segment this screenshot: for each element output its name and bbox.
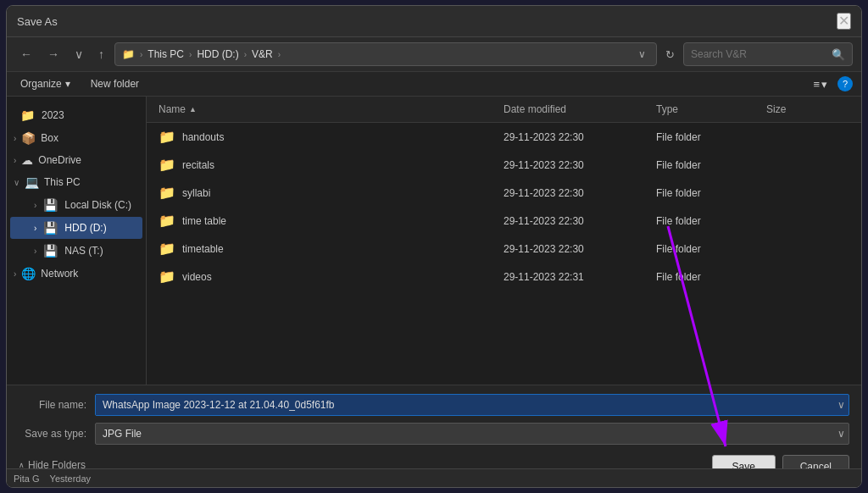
savetype-label: Save as type: <box>19 428 86 440</box>
address-bar[interactable]: 📁 › This PC › HDD (D:) › V&R › ∨ <box>114 42 657 66</box>
sidebar-item-2023[interactable]: 📁 2023 <box>10 104 142 126</box>
cell-size <box>761 133 829 141</box>
sidebar-item-label: This PC <box>44 176 81 188</box>
address-dropdown-button[interactable]: ∨ <box>635 48 649 60</box>
sidebar-item-label: Network <box>41 268 78 280</box>
table-row[interactable]: 📁 recitals 29-11-2023 22:30 File folder <box>147 151 861 179</box>
sidebar: 📁 2023 › 📦 Box › ☁ OneDrive ∨ 💻 This PC <box>7 97 147 385</box>
nav-bar: ← → ∨ ↑ 📁 › This PC › HDD (D:) › V&R › ∨… <box>7 37 861 72</box>
cloud-icon: ☁ <box>21 153 33 167</box>
cell-date: 29-11-2023 22:30 <box>498 183 651 203</box>
sidebar-item-nas-t[interactable]: › 💾 NAS (T:) <box>10 240 142 262</box>
cell-name: 📁 syllabi <box>153 180 498 205</box>
cell-type: File folder <box>651 183 761 203</box>
organize-button[interactable]: Organize ▾ <box>15 75 75 92</box>
cell-extra <box>829 273 854 281</box>
folder-icon: 📁 <box>159 129 175 145</box>
forward-button[interactable]: → <box>42 44 64 64</box>
folder-icon: 📁 <box>159 269 175 285</box>
cell-date: 29-11-2023 22:30 <box>498 127 651 147</box>
sidebar-item-onedrive[interactable]: › ☁ OneDrive <box>7 149 146 171</box>
col-extra <box>829 100 854 119</box>
sidebar-item-box[interactable]: › 📦 Box <box>7 127 146 149</box>
table-row[interactable]: 📁 syllabi 29-11-2023 22:30 File folder <box>147 179 861 207</box>
savetype-row: Save as type: JPG File PNG File BMP File… <box>19 423 849 445</box>
cell-size <box>761 217 829 225</box>
savetype-select-wrapper: JPG File PNG File BMP File ∨ <box>95 423 849 445</box>
view-icon: ≡ <box>813 78 820 91</box>
filename-row: File name: ∨ <box>19 394 849 416</box>
table-row[interactable]: 📁 handouts 29-11-2023 22:30 File folder <box>147 123 861 151</box>
col-name[interactable]: Name ▲ <box>153 100 498 119</box>
sidebar-item-label: Local Disk (C:) <box>64 199 131 211</box>
organize-arrow: ▾ <box>65 78 70 90</box>
nas-icon: 💾 <box>43 244 58 258</box>
cell-extra <box>829 161 854 169</box>
title-bar-left: Save As <box>17 15 58 28</box>
cell-extra <box>829 217 854 225</box>
sidebar-item-label: OneDrive <box>38 154 81 166</box>
cell-extra <box>829 133 854 141</box>
sidebar-item-network[interactable]: › 🌐 Network <box>7 263 146 285</box>
search-input[interactable] <box>691 48 828 60</box>
taskbar-time: Yesterday <box>50 474 92 484</box>
history-dropdown-button[interactable]: ∨ <box>70 44 88 64</box>
cell-name: 📁 time table <box>153 208 498 233</box>
folder-icon: 📁 <box>122 48 135 60</box>
help-button[interactable]: ? <box>837 76 853 91</box>
filename-dropdown-button[interactable]: ∨ <box>834 399 849 411</box>
savetype-select[interactable]: JPG File PNG File BMP File <box>96 424 834 444</box>
cell-name: 📁 videos <box>153 264 498 289</box>
sort-arrow: ▲ <box>189 105 197 114</box>
sidebar-item-local-disk[interactable]: › 💾 Local Disk (C:) <box>10 194 142 216</box>
table-row[interactable]: 📁 timetable 29-11-2023 22:30 File folder <box>147 235 861 263</box>
taskbar: Pita G Yesterday <box>7 468 861 487</box>
file-list: 📁 handouts 29-11-2023 22:30 File folder … <box>147 123 861 385</box>
folder-icon: 📁 <box>159 185 175 201</box>
cell-extra <box>829 245 854 253</box>
cell-name: 📁 recitals <box>153 152 498 177</box>
sidebar-item-label: Box <box>41 132 58 144</box>
organize-label: Organize <box>20 78 62 90</box>
folder-icon: 📁 <box>159 241 175 257</box>
filename-input[interactable] <box>96 395 834 415</box>
dialog-title: Save As <box>17 15 58 28</box>
filename-input-wrapper: ∨ <box>95 394 849 416</box>
filename-label: File name: <box>19 399 86 411</box>
table-row[interactable]: 📁 videos 29-11-2023 22:31 File folder <box>147 263 861 291</box>
table-row[interactable]: 📁 time table 29-11-2023 22:30 File folde… <box>147 207 861 235</box>
sidebar-item-hdd-d[interactable]: › 💾 HDD (D:) <box>10 217 142 239</box>
cell-size <box>761 245 829 253</box>
save-as-dialog: Save As ✕ ← → ∨ ↑ 📁 › This PC › HDD (D:)… <box>6 5 862 488</box>
col-type[interactable]: Type <box>651 100 761 119</box>
taskbar-user: Pita G <box>14 474 40 484</box>
sidebar-item-label: NAS (T:) <box>64 245 103 257</box>
title-bar: Save As ✕ <box>7 6 861 37</box>
cell-type: File folder <box>651 127 761 147</box>
computer-icon: 💻 <box>25 175 39 189</box>
search-icon: 🔍 <box>832 48 845 61</box>
col-size[interactable]: Size <box>761 100 829 119</box>
col-date[interactable]: Date modified <box>498 100 651 119</box>
main-content: 📁 2023 › 📦 Box › ☁ OneDrive ∨ 💻 This PC <box>7 97 861 385</box>
disk-icon: 💾 <box>43 198 58 212</box>
sidebar-item-this-pc[interactable]: ∨ 💻 This PC <box>7 171 146 193</box>
cell-type: File folder <box>651 155 761 175</box>
cell-size <box>761 189 829 197</box>
cell-type: File folder <box>651 267 761 287</box>
close-button[interactable]: ✕ <box>837 13 851 30</box>
cell-name: 📁 handouts <box>153 125 498 149</box>
file-area: Name ▲ Date modified Type Size � <box>147 97 861 385</box>
refresh-button[interactable]: ↻ <box>662 48 678 61</box>
cell-size <box>761 161 829 169</box>
cell-date: 29-11-2023 22:30 <box>498 211 651 231</box>
folder-icon: 📁 <box>159 213 175 229</box>
savetype-dropdown-button[interactable]: ∨ <box>834 428 849 440</box>
sidebar-item-label: 2023 <box>42 109 64 121</box>
back-button[interactable]: ← <box>15 44 37 64</box>
path-segment-vandr: V&R <box>252 48 273 60</box>
new-folder-label: New folder <box>91 78 139 90</box>
up-button[interactable]: ↑ <box>93 44 109 64</box>
view-button[interactable]: ≡ ▾ <box>813 78 827 91</box>
new-folder-button[interactable]: New folder <box>86 75 144 92</box>
